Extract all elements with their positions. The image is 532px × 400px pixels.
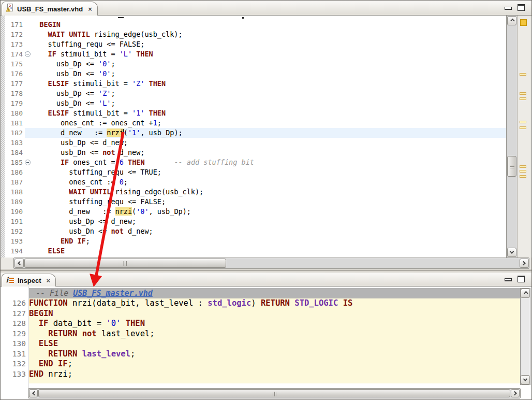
code-line[interactable]: IF stimuli_bit = 'L' THEN	[31, 49, 153, 59]
occurrence-marker[interactable]	[520, 126, 526, 129]
code-line[interactable]: usb_Dp <= '0';	[31, 59, 115, 69]
occurrence-marker[interactable]	[520, 175, 526, 178]
code-line[interactable]: ones_cnt := 0;	[31, 177, 128, 187]
code-line[interactable]: usb_Dn <= not d_new;	[31, 226, 153, 236]
scroll-down-button[interactable]	[507, 248, 516, 257]
inspect-tab-close-icon[interactable]: ×	[47, 277, 51, 284]
editor-horizontal-scrollbar[interactable]	[1, 258, 531, 269]
editor-tab-title: USB_FS_master.vhd	[17, 5, 83, 13]
inspect-hscroll-thumb[interactable]	[38, 389, 510, 397]
inspect-code-line: ELSE	[29, 339, 58, 349]
application-window: USB_FS_master.vhd × 17117217317417517617…	[0, 0, 532, 400]
inspect-maximize-button[interactable]	[518, 276, 525, 282]
line-number: 128	[12, 319, 26, 329]
occurrence-marker[interactable]	[520, 92, 526, 95]
inspect-code-line: END IF;	[29, 359, 72, 369]
inspect-code-line: END nrzi;	[29, 369, 72, 380]
scroll-left-button[interactable]	[29, 389, 38, 397]
chevron-down-icon	[510, 249, 514, 253]
inspect-code-line: RETURN not last_level;	[29, 329, 155, 339]
editor-text-area: 1711721731741751761771781791801811821831…	[1, 16, 531, 258]
code-line[interactable]: END IF;	[31, 236, 90, 246]
code-line[interactable]: usb_Dn <= not d_new;	[31, 148, 144, 158]
editor-tab-usb-fs-master[interactable]: USB_FS_master.vhd ×	[2, 2, 98, 16]
code-line[interactable]: WAIT UNTIL rising_edge(usb_clk);	[31, 30, 183, 39]
line-number: 130	[12, 339, 26, 349]
code-line[interactable]: usb_Dn <= 'L';	[31, 98, 115, 108]
inspect-view-icon: i	[6, 277, 14, 284]
editor-minimize-button[interactable]	[505, 7, 512, 10]
chevron-up-icon	[510, 19, 514, 23]
inspect-code-line: IF data_bit = '0' THEN	[29, 319, 145, 329]
code-line[interactable]: stuffing_requ <= FALSE;	[31, 39, 144, 49]
line-number: 132	[12, 359, 26, 369]
scroll-right-button[interactable]	[511, 389, 520, 397]
code-line[interactable]: IF ones_cnt = 6 THEN -- add stuffing bit	[31, 158, 254, 167]
editor-hscroll-thumb[interactable]	[24, 259, 226, 268]
code-line[interactable]: usb_Dp <= d_new;	[31, 138, 128, 148]
scroll-left-button[interactable]	[14, 259, 24, 268]
code-line[interactable]: stuffing_requ <= FALSE;	[31, 197, 166, 207]
line-number: 126	[12, 298, 26, 309]
overview-ruler-header	[520, 19, 527, 26]
occurrence-marker[interactable]	[520, 73, 526, 76]
thumb-grip	[273, 392, 276, 396]
code-line[interactable]: usb_Dn <= '0';	[31, 69, 115, 79]
code-line[interactable]: WAIT UNTIL rising_edge(usb_clk);	[31, 187, 203, 197]
inspect-tab-title: Inspect	[18, 277, 41, 284]
code-line[interactable]: d_new := nrzi('1', usb_Dp);	[31, 128, 183, 138]
code-line[interactable]: ELSE	[31, 246, 65, 256]
code-line[interactable]: usb_Dp <= d_new;	[31, 217, 136, 226]
chevron-down-icon	[523, 377, 527, 381]
occurrence-marker[interactable]	[520, 121, 526, 123]
chevron-left-icon	[18, 261, 22, 265]
inspect-content: 126127128129130131132133 -- File USB_FS_…	[1, 287, 531, 399]
code-line[interactable]: stuffing_requ <= TRUE;	[31, 167, 161, 177]
overview-ruler[interactable]	[517, 16, 531, 258]
code-line[interactable]: BEGIN	[31, 20, 61, 30]
clipped-line-fragment	[118, 17, 124, 18]
thumb-grip	[124, 261, 127, 266]
inspect-minimize-button[interactable]	[505, 278, 512, 281]
editor-tab-close-icon[interactable]: ×	[88, 6, 92, 12]
thumb-grip	[510, 165, 514, 168]
scroll-right-button[interactable]	[520, 259, 529, 268]
inspect-code-line: RETURN last_level;	[29, 349, 135, 360]
code-viewport[interactable]: BEGIN WAIT UNTIL rising_edge(usb_clk); s…	[31, 16, 506, 258]
code-line[interactable]: ELSIF stimuli_bit = '1' THEN	[31, 108, 166, 118]
scroll-up-button[interactable]	[521, 289, 530, 298]
chevron-up-icon	[524, 291, 528, 295]
fold-collapse-icon[interactable]	[25, 160, 31, 165]
inspect-line-number-ruler: 126127128129130131132133	[1, 287, 28, 398]
chevron-right-icon	[521, 261, 525, 265]
occurrence-highlight: nrzi	[107, 128, 124, 137]
line-number: 129	[12, 329, 26, 339]
inspect-horizontal-scrollbar[interactable]	[1, 388, 531, 399]
line-number: 131	[12, 349, 26, 360]
editor-pane: USB_FS_master.vhd × 17117217317417517617…	[1, 1, 531, 271]
inspect-pane: i Inspect × 126127128129130131132133 -- …	[1, 273, 531, 399]
occurrence-highlight: nrzi	[115, 207, 132, 216]
inspect-code-line: BEGIN	[29, 309, 53, 319]
inspect-tab[interactable]: i Inspect ×	[2, 274, 56, 287]
occurrence-marker[interactable]	[520, 170, 526, 173]
fold-collapse-icon[interactable]	[25, 51, 31, 57]
chevron-left-icon	[32, 391, 36, 395]
scroll-down-button[interactable]	[521, 375, 530, 384]
inspect-vertical-scrollbar[interactable]	[520, 288, 530, 385]
editor-vscroll-thumb[interactable]	[507, 156, 516, 177]
editor-maximize-button[interactable]	[518, 4, 525, 11]
occurrence-marker[interactable]	[520, 165, 526, 168]
code-line[interactable]: ones_cnt := ones_cnt +1;	[31, 118, 161, 128]
occurrence-marker[interactable]	[520, 97, 526, 100]
editor-vertical-scrollbar[interactable]	[506, 16, 518, 258]
line-number: 127	[12, 309, 26, 319]
inspect-code-line: FUNCTION nrzi(data_bit, last_level : std…	[29, 298, 352, 309]
scroll-up-button[interactable]	[507, 16, 516, 25]
line-number: 133	[12, 369, 26, 380]
code-line[interactable]: usb_Dp <= 'Z';	[31, 89, 115, 98]
code-line[interactable]: ELSIF stimuli_bit = 'Z' THEN	[31, 79, 166, 89]
code-line[interactable]: d_new := nrzi('0', usb_Dp);	[31, 207, 191, 217]
inspect-code-viewport[interactable]: FUNCTION nrzi(data_bit, last_level : std…	[29, 287, 520, 385]
chevron-right-icon	[512, 391, 516, 395]
